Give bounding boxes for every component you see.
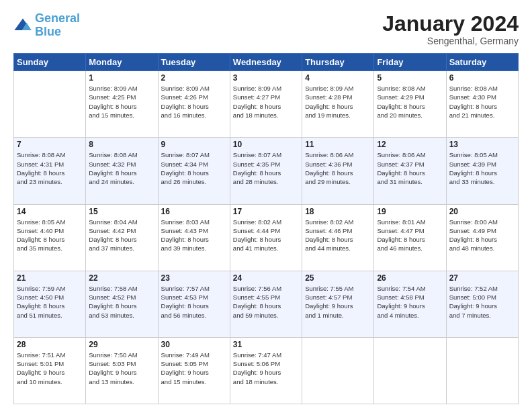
day-number: 11 xyxy=(305,140,371,149)
calendar-cell: 22Sunrise: 7:58 AMSunset: 4:52 PMDayligh… xyxy=(86,271,158,337)
logo-text: General Blue xyxy=(35,12,80,39)
day-info: Sunrise: 8:02 AMSunset: 4:44 PMDaylight:… xyxy=(233,218,299,253)
day-info: Sunrise: 8:04 AMSunset: 4:42 PMDaylight:… xyxy=(89,218,154,253)
day-number: 13 xyxy=(449,140,515,149)
day-info: Sunrise: 8:05 AMSunset: 4:40 PMDaylight:… xyxy=(17,218,83,253)
day-info: Sunrise: 8:06 AMSunset: 4:37 PMDaylight:… xyxy=(377,150,443,186)
day-info: Sunrise: 8:03 AMSunset: 4:43 PMDaylight:… xyxy=(161,218,227,253)
day-number: 7 xyxy=(17,140,83,149)
calendar-cell: 10Sunrise: 8:07 AMSunset: 4:35 PMDayligh… xyxy=(230,138,302,204)
day-info: Sunrise: 7:47 AMSunset: 5:06 PMDaylight:… xyxy=(233,351,299,386)
title-block: January 2024 Sengenthal, Germany xyxy=(382,12,519,46)
calendar-cell: 18Sunrise: 8:02 AMSunset: 4:46 PMDayligh… xyxy=(302,204,374,271)
day-number: 9 xyxy=(161,140,227,149)
day-number: 19 xyxy=(377,207,443,216)
day-info: Sunrise: 8:09 AMSunset: 4:27 PMDaylight:… xyxy=(233,84,299,120)
day-number: 24 xyxy=(233,273,299,283)
calendar-cell: 19Sunrise: 8:01 AMSunset: 4:47 PMDayligh… xyxy=(374,204,446,271)
day-info: Sunrise: 8:05 AMSunset: 4:39 PMDaylight:… xyxy=(449,150,515,186)
day-number: 26 xyxy=(377,273,443,283)
day-number: 28 xyxy=(17,340,83,349)
day-info: Sunrise: 7:54 AMSunset: 4:58 PMDaylight:… xyxy=(377,284,443,320)
day-number: 12 xyxy=(377,140,443,149)
month-title: January 2024 xyxy=(382,12,519,36)
day-number: 22 xyxy=(89,273,154,283)
day-number: 2 xyxy=(161,73,227,83)
week-row-1: 1Sunrise: 8:09 AMSunset: 4:25 PMDaylight… xyxy=(14,71,519,138)
day-info: Sunrise: 8:00 AMSunset: 4:49 PMDaylight:… xyxy=(449,218,515,253)
week-row-3: 14Sunrise: 8:05 AMSunset: 4:40 PMDayligh… xyxy=(14,204,519,271)
calendar-cell: 17Sunrise: 8:02 AMSunset: 4:44 PMDayligh… xyxy=(230,204,302,271)
day-info: Sunrise: 7:49 AMSunset: 5:05 PMDaylight:… xyxy=(161,351,227,386)
calendar-cell: 2Sunrise: 8:09 AMSunset: 4:26 PMDaylight… xyxy=(158,71,230,138)
day-info: Sunrise: 7:52 AMSunset: 5:00 PMDaylight:… xyxy=(449,284,515,320)
calendar-cell xyxy=(446,337,518,404)
day-number: 18 xyxy=(305,207,371,216)
day-header-row: SundayMondayTuesdayWednesdayThursdayFrid… xyxy=(14,54,519,71)
day-info: Sunrise: 7:51 AMSunset: 5:01 PMDaylight:… xyxy=(17,351,83,386)
calendar-cell: 26Sunrise: 7:54 AMSunset: 4:58 PMDayligh… xyxy=(374,271,446,337)
calendar-cell: 14Sunrise: 8:05 AMSunset: 4:40 PMDayligh… xyxy=(14,204,86,271)
calendar-cell: 9Sunrise: 8:07 AMSunset: 4:34 PMDaylight… xyxy=(158,138,230,204)
calendar-cell: 5Sunrise: 8:08 AMSunset: 4:29 PMDaylight… xyxy=(374,71,446,138)
day-info: Sunrise: 8:02 AMSunset: 4:46 PMDaylight:… xyxy=(305,218,371,253)
day-number: 20 xyxy=(449,207,515,216)
day-number: 8 xyxy=(89,140,154,149)
calendar: SundayMondayTuesdayWednesdayThursdayFrid… xyxy=(13,53,519,404)
day-info: Sunrise: 8:07 AMSunset: 4:34 PMDaylight:… xyxy=(161,150,227,186)
day-info: Sunrise: 8:09 AMSunset: 4:26 PMDaylight:… xyxy=(161,84,227,120)
day-number: 10 xyxy=(233,140,299,149)
calendar-cell xyxy=(14,71,86,138)
day-info: Sunrise: 8:09 AMSunset: 4:28 PMDaylight:… xyxy=(305,84,371,120)
calendar-cell: 12Sunrise: 8:06 AMSunset: 4:37 PMDayligh… xyxy=(374,138,446,204)
calendar-cell: 7Sunrise: 8:08 AMSunset: 4:31 PMDaylight… xyxy=(14,138,86,204)
week-row-5: 28Sunrise: 7:51 AMSunset: 5:01 PMDayligh… xyxy=(14,337,519,404)
day-number: 6 xyxy=(449,73,515,83)
day-number: 25 xyxy=(305,273,371,283)
calendar-cell: 13Sunrise: 8:05 AMSunset: 4:39 PMDayligh… xyxy=(446,138,518,204)
calendar-cell: 31Sunrise: 7:47 AMSunset: 5:06 PMDayligh… xyxy=(230,337,302,404)
day-info: Sunrise: 8:08 AMSunset: 4:30 PMDaylight:… xyxy=(449,84,515,120)
calendar-cell: 25Sunrise: 7:55 AMSunset: 4:57 PMDayligh… xyxy=(302,271,374,337)
day-number: 30 xyxy=(161,340,227,349)
calendar-header: SundayMondayTuesdayWednesdayThursdayFrid… xyxy=(14,54,519,71)
page: General Blue January 2024 Sengenthal, Ge… xyxy=(0,0,532,411)
day-number: 1 xyxy=(89,73,154,83)
day-number: 27 xyxy=(449,273,515,283)
day-number: 16 xyxy=(161,207,227,216)
day-info: Sunrise: 7:56 AMSunset: 4:55 PMDaylight:… xyxy=(233,284,299,320)
calendar-cell: 28Sunrise: 7:51 AMSunset: 5:01 PMDayligh… xyxy=(14,337,86,404)
logo: General Blue xyxy=(13,12,80,39)
day-header-friday: Friday xyxy=(374,54,446,71)
day-info: Sunrise: 8:09 AMSunset: 4:25 PMDaylight:… xyxy=(89,84,154,120)
calendar-cell: 6Sunrise: 8:08 AMSunset: 4:30 PMDaylight… xyxy=(446,71,518,138)
calendar-cell: 24Sunrise: 7:56 AMSunset: 4:55 PMDayligh… xyxy=(230,271,302,337)
day-info: Sunrise: 7:57 AMSunset: 4:53 PMDaylight:… xyxy=(161,284,227,320)
day-info: Sunrise: 7:58 AMSunset: 4:52 PMDaylight:… xyxy=(89,284,154,320)
calendar-cell: 1Sunrise: 8:09 AMSunset: 4:25 PMDaylight… xyxy=(86,71,158,138)
calendar-cell: 4Sunrise: 8:09 AMSunset: 4:28 PMDaylight… xyxy=(302,71,374,138)
day-header-saturday: Saturday xyxy=(446,54,518,71)
calendar-cell: 8Sunrise: 8:08 AMSunset: 4:32 PMDaylight… xyxy=(86,138,158,204)
day-number: 5 xyxy=(377,73,443,83)
day-number: 21 xyxy=(17,273,83,283)
calendar-cell: 30Sunrise: 7:49 AMSunset: 5:05 PMDayligh… xyxy=(158,337,230,404)
day-info: Sunrise: 8:08 AMSunset: 4:32 PMDaylight:… xyxy=(89,150,154,186)
day-number: 3 xyxy=(233,73,299,83)
calendar-cell: 3Sunrise: 8:09 AMSunset: 4:27 PMDaylight… xyxy=(230,71,302,138)
calendar-cell: 27Sunrise: 7:52 AMSunset: 5:00 PMDayligh… xyxy=(446,271,518,337)
day-info: Sunrise: 7:55 AMSunset: 4:57 PMDaylight:… xyxy=(305,284,371,320)
day-info: Sunrise: 8:01 AMSunset: 4:47 PMDaylight:… xyxy=(377,218,443,253)
calendar-body: 1Sunrise: 8:09 AMSunset: 4:25 PMDaylight… xyxy=(14,71,519,404)
day-number: 29 xyxy=(89,340,154,349)
day-info: Sunrise: 8:08 AMSunset: 4:29 PMDaylight:… xyxy=(377,84,443,120)
day-header-tuesday: Tuesday xyxy=(158,54,230,71)
calendar-cell: 23Sunrise: 7:57 AMSunset: 4:53 PMDayligh… xyxy=(158,271,230,337)
day-number: 4 xyxy=(305,73,371,83)
week-row-2: 7Sunrise: 8:08 AMSunset: 4:31 PMDaylight… xyxy=(14,138,519,204)
day-number: 23 xyxy=(161,273,227,283)
day-info: Sunrise: 8:08 AMSunset: 4:31 PMDaylight:… xyxy=(17,150,83,186)
day-header-wednesday: Wednesday xyxy=(230,54,302,71)
day-number: 14 xyxy=(17,207,83,216)
calendar-cell: 29Sunrise: 7:50 AMSunset: 5:03 PMDayligh… xyxy=(86,337,158,404)
